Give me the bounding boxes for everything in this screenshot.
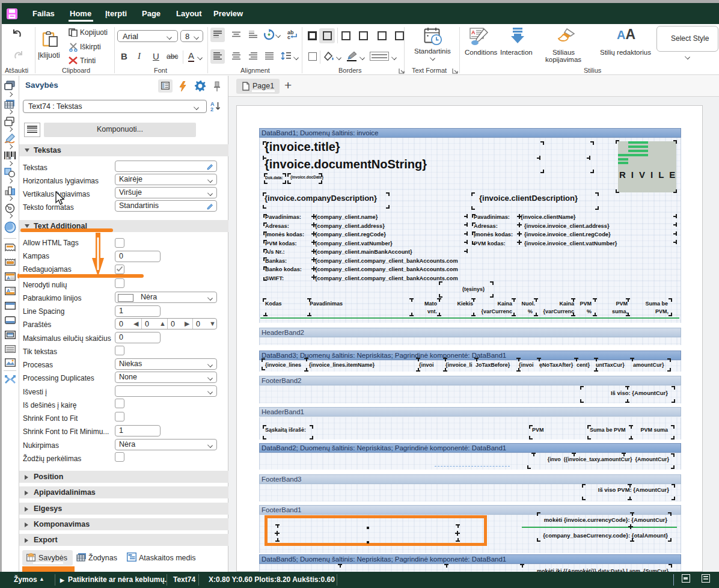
svg-text:A: A [471, 29, 476, 35]
svg-text:c: c [287, 34, 290, 40]
svg-text:A: A [7, 288, 10, 293]
svg-text:A: A [7, 275, 10, 281]
svg-text:123: 123 [6, 156, 11, 160]
svg-text:2: 2 [210, 106, 213, 112]
